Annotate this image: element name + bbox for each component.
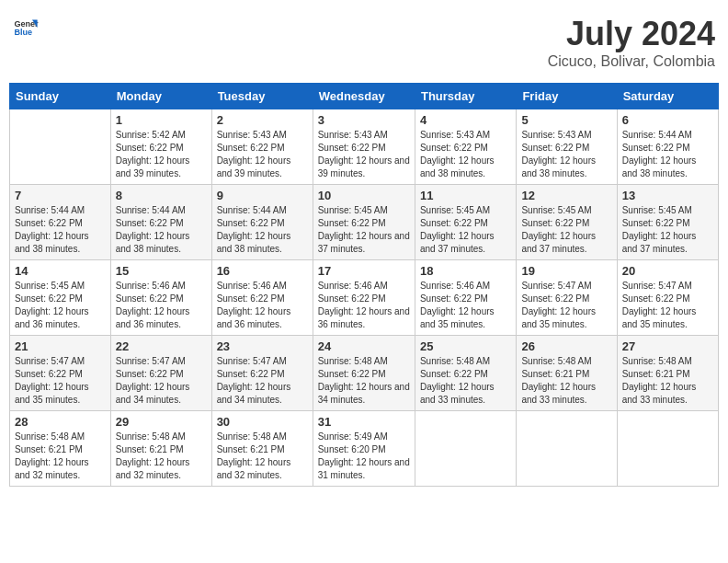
logo-icon: General Blue bbox=[13, 15, 39, 40]
day-info: Sunrise: 5:47 AM Sunset: 6:22 PM Dayligh… bbox=[521, 280, 611, 331]
day-info: Sunrise: 5:46 AM Sunset: 6:22 PM Dayligh… bbox=[420, 280, 511, 331]
day-number: 30 bbox=[217, 415, 308, 429]
table-row: 31Sunrise: 5:49 AM Sunset: 6:20 PM Dayli… bbox=[313, 411, 415, 487]
day-number: 14 bbox=[15, 264, 106, 278]
logo: General Blue bbox=[13, 15, 39, 40]
day-number: 18 bbox=[420, 264, 511, 278]
calendar-week-row: 14Sunrise: 5:45 AM Sunset: 6:22 PM Dayli… bbox=[10, 260, 719, 336]
day-info: Sunrise: 5:48 AM Sunset: 6:21 PM Dayligh… bbox=[521, 355, 611, 407]
calendar-week-row: 7Sunrise: 5:44 AM Sunset: 6:22 PM Daylig… bbox=[10, 185, 719, 260]
svg-text:Blue: Blue bbox=[14, 28, 32, 37]
day-info: Sunrise: 5:45 AM Sunset: 6:22 PM Dayligh… bbox=[420, 204, 511, 256]
day-number: 8 bbox=[116, 189, 207, 202]
col-monday: Monday bbox=[110, 84, 211, 109]
day-number: 12 bbox=[521, 189, 611, 202]
calendar-week-row: 1Sunrise: 5:42 AM Sunset: 6:22 PM Daylig… bbox=[10, 109, 719, 185]
day-number: 7 bbox=[15, 189, 106, 202]
table-row: 3Sunrise: 5:43 AM Sunset: 6:22 PM Daylig… bbox=[313, 109, 415, 185]
day-info: Sunrise: 5:48 AM Sunset: 6:21 PM Dayligh… bbox=[217, 431, 308, 482]
day-number: 3 bbox=[318, 113, 410, 127]
day-info: Sunrise: 5:46 AM Sunset: 6:22 PM Dayligh… bbox=[116, 280, 207, 331]
day-info: Sunrise: 5:45 AM Sunset: 6:22 PM Dayligh… bbox=[521, 204, 611, 256]
day-info: Sunrise: 5:43 AM Sunset: 6:22 PM Dayligh… bbox=[318, 129, 410, 180]
col-tuesday: Tuesday bbox=[211, 84, 313, 109]
day-info: Sunrise: 5:45 AM Sunset: 6:22 PM Dayligh… bbox=[318, 204, 410, 256]
day-info: Sunrise: 5:48 AM Sunset: 6:22 PM Dayligh… bbox=[420, 355, 511, 407]
day-number: 15 bbox=[116, 264, 207, 278]
calendar-header-row: Sunday Monday Tuesday Wednesday Thursday… bbox=[10, 84, 719, 109]
table-row bbox=[617, 411, 718, 487]
title-area: July 2024 Cicuco, Bolivar, Colombia bbox=[548, 15, 715, 70]
day-info: Sunrise: 5:47 AM Sunset: 6:22 PM Dayligh… bbox=[116, 355, 207, 407]
day-number: 25 bbox=[420, 339, 511, 353]
day-number: 9 bbox=[217, 189, 308, 202]
table-row: 26Sunrise: 5:48 AM Sunset: 6:21 PM Dayli… bbox=[517, 336, 617, 411]
table-row: 5Sunrise: 5:43 AM Sunset: 6:22 PM Daylig… bbox=[517, 109, 617, 185]
day-info: Sunrise: 5:48 AM Sunset: 6:21 PM Dayligh… bbox=[15, 431, 106, 482]
table-row: 9Sunrise: 5:44 AM Sunset: 6:22 PM Daylig… bbox=[211, 185, 313, 260]
col-saturday: Saturday bbox=[617, 84, 718, 109]
day-number: 24 bbox=[318, 339, 410, 353]
col-thursday: Thursday bbox=[415, 84, 516, 109]
table-row: 15Sunrise: 5:46 AM Sunset: 6:22 PM Dayli… bbox=[110, 260, 211, 336]
calendar-week-row: 28Sunrise: 5:48 AM Sunset: 6:21 PM Dayli… bbox=[10, 411, 719, 487]
table-row: 25Sunrise: 5:48 AM Sunset: 6:22 PM Dayli… bbox=[415, 336, 516, 411]
day-info: Sunrise: 5:45 AM Sunset: 6:22 PM Dayligh… bbox=[15, 280, 106, 331]
table-row bbox=[415, 411, 516, 487]
table-row: 22Sunrise: 5:47 AM Sunset: 6:22 PM Dayli… bbox=[110, 336, 211, 411]
day-number: 2 bbox=[217, 113, 308, 127]
day-number: 17 bbox=[318, 264, 410, 278]
day-info: Sunrise: 5:48 AM Sunset: 6:21 PM Dayligh… bbox=[622, 355, 713, 407]
day-info: Sunrise: 5:42 AM Sunset: 6:22 PM Dayligh… bbox=[116, 129, 207, 180]
day-info: Sunrise: 5:47 AM Sunset: 6:22 PM Dayligh… bbox=[217, 355, 308, 407]
calendar-week-row: 21Sunrise: 5:47 AM Sunset: 6:22 PM Dayli… bbox=[10, 336, 719, 411]
day-info: Sunrise: 5:44 AM Sunset: 6:22 PM Dayligh… bbox=[622, 129, 713, 180]
day-info: Sunrise: 5:48 AM Sunset: 6:22 PM Dayligh… bbox=[318, 355, 410, 407]
table-row: 13Sunrise: 5:45 AM Sunset: 6:22 PM Dayli… bbox=[617, 185, 718, 260]
table-row: 19Sunrise: 5:47 AM Sunset: 6:22 PM Dayli… bbox=[517, 260, 617, 336]
col-sunday: Sunday bbox=[10, 84, 111, 109]
table-row: 18Sunrise: 5:46 AM Sunset: 6:22 PM Dayli… bbox=[415, 260, 516, 336]
day-info: Sunrise: 5:44 AM Sunset: 6:22 PM Dayligh… bbox=[116, 204, 207, 256]
day-info: Sunrise: 5:46 AM Sunset: 6:22 PM Dayligh… bbox=[318, 280, 410, 331]
table-row: 27Sunrise: 5:48 AM Sunset: 6:21 PM Dayli… bbox=[617, 336, 718, 411]
table-row: 8Sunrise: 5:44 AM Sunset: 6:22 PM Daylig… bbox=[110, 185, 211, 260]
day-info: Sunrise: 5:47 AM Sunset: 6:22 PM Dayligh… bbox=[622, 280, 713, 331]
day-number: 27 bbox=[622, 339, 713, 353]
day-number: 26 bbox=[521, 339, 611, 353]
location: Cicuco, Bolivar, Colombia bbox=[548, 53, 715, 70]
day-info: Sunrise: 5:49 AM Sunset: 6:20 PM Dayligh… bbox=[318, 431, 410, 482]
table-row: 29Sunrise: 5:48 AM Sunset: 6:21 PM Dayli… bbox=[110, 411, 211, 487]
table-row: 6Sunrise: 5:44 AM Sunset: 6:22 PM Daylig… bbox=[617, 109, 718, 185]
day-number: 4 bbox=[420, 113, 511, 127]
table-row: 30Sunrise: 5:48 AM Sunset: 6:21 PM Dayli… bbox=[211, 411, 313, 487]
table-row: 1Sunrise: 5:42 AM Sunset: 6:22 PM Daylig… bbox=[110, 109, 211, 185]
header: General Blue July 2024 Cicuco, Bolivar, … bbox=[9, 9, 719, 75]
table-row: 7Sunrise: 5:44 AM Sunset: 6:22 PM Daylig… bbox=[10, 185, 111, 260]
day-number: 10 bbox=[318, 189, 410, 202]
day-info: Sunrise: 5:47 AM Sunset: 6:22 PM Dayligh… bbox=[15, 355, 106, 407]
table-row: 24Sunrise: 5:48 AM Sunset: 6:22 PM Dayli… bbox=[313, 336, 415, 411]
day-info: Sunrise: 5:45 AM Sunset: 6:22 PM Dayligh… bbox=[622, 204, 713, 256]
table-row: 16Sunrise: 5:46 AM Sunset: 6:22 PM Dayli… bbox=[211, 260, 313, 336]
day-number: 28 bbox=[15, 415, 106, 429]
day-info: Sunrise: 5:43 AM Sunset: 6:22 PM Dayligh… bbox=[217, 129, 308, 180]
day-info: Sunrise: 5:48 AM Sunset: 6:21 PM Dayligh… bbox=[116, 431, 207, 482]
table-row: 11Sunrise: 5:45 AM Sunset: 6:22 PM Dayli… bbox=[415, 185, 516, 260]
day-number: 31 bbox=[318, 415, 410, 429]
day-number: 23 bbox=[217, 339, 308, 353]
day-number: 13 bbox=[622, 189, 713, 202]
day-info: Sunrise: 5:43 AM Sunset: 6:22 PM Dayligh… bbox=[521, 129, 611, 180]
table-row: 28Sunrise: 5:48 AM Sunset: 6:21 PM Dayli… bbox=[10, 411, 111, 487]
day-info: Sunrise: 5:43 AM Sunset: 6:22 PM Dayligh… bbox=[420, 129, 511, 180]
day-number: 16 bbox=[217, 264, 308, 278]
day-number: 6 bbox=[622, 113, 713, 127]
col-wednesday: Wednesday bbox=[313, 84, 415, 109]
day-number: 19 bbox=[521, 264, 611, 278]
day-info: Sunrise: 5:44 AM Sunset: 6:22 PM Dayligh… bbox=[15, 204, 106, 256]
table-row: 10Sunrise: 5:45 AM Sunset: 6:22 PM Dayli… bbox=[313, 185, 415, 260]
month-year: July 2024 bbox=[548, 15, 715, 53]
table-row bbox=[517, 411, 617, 487]
day-number: 29 bbox=[116, 415, 207, 429]
day-number: 11 bbox=[420, 189, 511, 202]
